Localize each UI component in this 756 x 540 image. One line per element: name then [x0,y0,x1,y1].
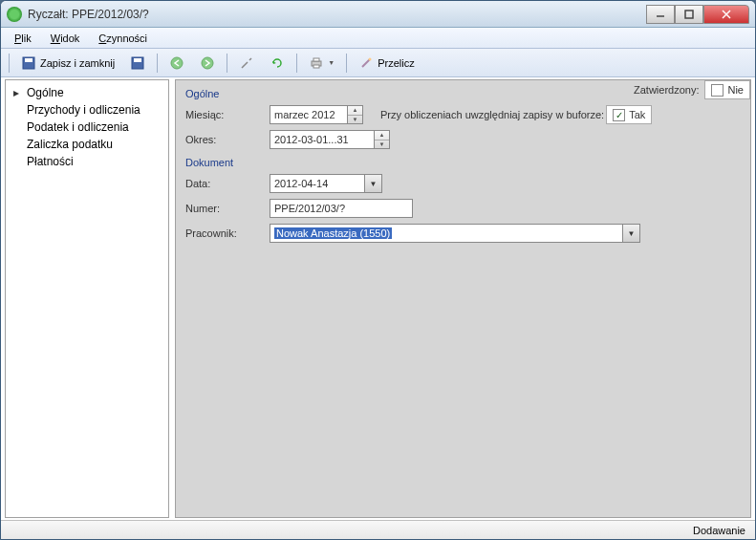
przelicz-label: Przelicz [378,57,415,69]
miesiac-input[interactable]: marzec 2012 [270,105,348,124]
arrow-left-icon [169,55,184,71]
dropdown-arrow-icon: ▼ [328,59,335,66]
nie-label: Nie [727,84,744,96]
wand-icon [358,55,374,71]
numer-label: Numer: [185,203,262,214]
svg-point-14 [369,57,372,60]
status-text: Dodawanie [693,525,745,536]
data-label: Data: [185,178,262,189]
toolbar: Zapisz i zamknij ▼ Przelicz [1,49,755,77]
statusbar: Dodawanie [1,520,755,539]
menu-plik[interactable]: Plik [11,31,35,46]
refresh-button[interactable] [264,52,291,75]
miesiac-spinner[interactable]: ▲ ▼ [348,105,363,124]
sidebar-item-zaliczka[interactable]: Zaliczka podatku [8,136,166,153]
arrow-right-icon [200,55,215,71]
spinner-down-icon[interactable]: ▼ [348,116,362,124]
sidebar-item-przychody[interactable]: Przychody i odliczenia [8,101,166,119]
svg-point-8 [171,57,183,69]
buffor-label: Przy obliczeniach uwzględniaj zapisy w b… [380,109,604,120]
zatwierdzony-label: Zatwierdzony: [634,84,699,96]
numer-input[interactable]: PPE/2012/03/? [270,199,413,218]
tools-button[interactable] [233,52,260,75]
menu-widok[interactable]: Widok [47,31,84,46]
okres-spinner[interactable]: ▲ ▼ [375,130,390,149]
tak-label: Tak [629,109,645,120]
pracownik-label: Pracownik: [185,227,262,239]
svg-line-13 [362,59,370,67]
spinner-up-icon[interactable]: ▲ [375,131,389,140]
pracownik-dropdown-button[interactable]: ▼ [623,224,640,243]
menubar: Plik Widok Czynności [1,28,755,49]
print-icon [309,55,324,71]
sidebar: Ogólne Przychody i odliczenia Podatek i … [5,79,169,518]
save-close-button[interactable]: Zapisz i zamknij [15,52,120,75]
sidebar-item-platnosci[interactable]: Płatności [8,153,166,170]
sidebar-item-podatek[interactable]: Podatek i odliczenia [8,119,166,136]
pracownik-select[interactable]: Nowak Anastazja (1550) [270,224,623,243]
titlebar[interactable]: Ryczałt: PPE/2012/03/? [1,1,755,28]
refresh-icon [270,55,285,71]
sidebar-item-ogolne[interactable]: Ogólne [8,84,166,101]
pracownik-value: Nowak Anastazja (1550) [274,227,392,239]
save-icon [130,55,145,71]
app-icon [7,7,22,22]
print-button[interactable]: ▼ [303,52,340,75]
wrench-icon [239,55,254,71]
close-button[interactable] [703,5,749,24]
maximize-button[interactable] [675,5,703,24]
save-icon [21,55,36,71]
save-close-label: Zapisz i zamknij [40,57,115,69]
buffor-toggle[interactable]: ✓ Tak [606,105,652,124]
spinner-up-icon[interactable]: ▲ [348,106,362,116]
svg-rect-1 [685,11,693,18]
svg-rect-7 [134,58,141,62]
svg-rect-12 [313,65,319,68]
svg-rect-5 [25,58,32,62]
forward-button[interactable] [194,52,221,75]
zatwierdzony-toggle[interactable]: Nie [704,80,750,99]
section-dokument-label: Dokument [185,157,741,168]
data-dropdown-button[interactable]: ▼ [365,174,382,193]
svg-rect-11 [313,58,319,61]
checkbox-icon [711,84,724,97]
save-button[interactable] [124,52,151,75]
spinner-down-icon[interactable]: ▼ [375,140,389,149]
okres-input[interactable]: 2012-03-01...31 [270,130,375,149]
back-button[interactable] [163,52,190,75]
menu-czynnosci[interactable]: Czynności [95,31,151,46]
svg-point-9 [202,57,213,69]
przelicz-button[interactable]: Przelicz [353,52,421,75]
miesiac-label: Miesiąc: [185,109,262,120]
window-title: Ryczałt: PPE/2012/03/? [28,8,646,21]
window-frame: Ryczałt: PPE/2012/03/? Plik Widok Czynno… [0,0,756,540]
okres-label: Okres: [185,134,262,145]
checkbox-checked-icon: ✓ [613,109,625,121]
data-input[interactable]: 2012-04-14 [270,174,365,193]
content-panel: Zatwierdzony: Nie Ogólne Miesiąc: marzec… [175,79,751,518]
minimize-button[interactable] [646,5,675,24]
